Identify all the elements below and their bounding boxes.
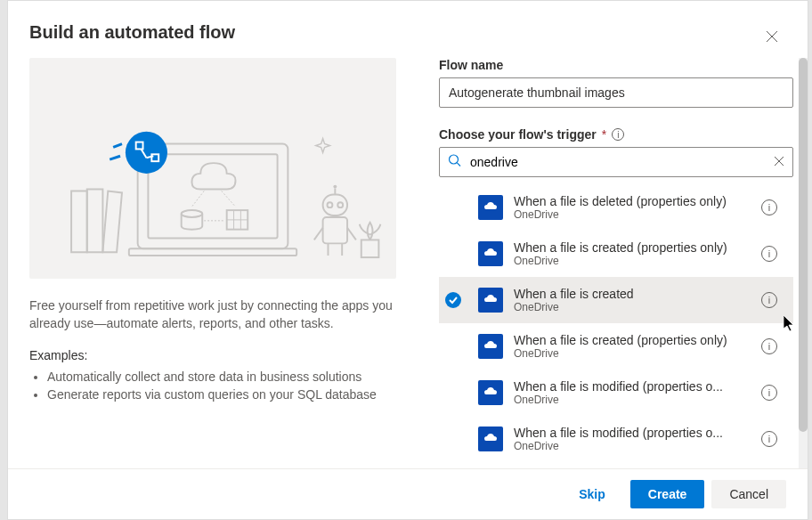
- trigger-label-row: Choose your flow's trigger * i: [439, 127, 793, 142]
- trigger-item[interactable]: When a file is modified (properties o...…: [439, 416, 793, 462]
- left-panel: Free yourself from repetitive work just …: [8, 58, 418, 468]
- clear-search-icon[interactable]: [774, 155, 784, 169]
- svg-rect-4: [129, 248, 296, 256]
- dialog-footer: Skip Create Cancel: [8, 468, 808, 519]
- trigger-text: When a file is created (properties only)…: [514, 240, 751, 267]
- info-icon[interactable]: i: [761, 431, 777, 447]
- trigger-item[interactable]: When a file is created (properties only)…: [439, 323, 793, 370]
- trigger-connector: OneDrive: [514, 301, 751, 313]
- skip-button[interactable]: Skip: [561, 480, 623, 508]
- dialog: Build an automated flow: [7, 0, 808, 520]
- trigger-title: When a file is deleted (properties only): [514, 194, 751, 208]
- examples-label: Examples:: [29, 348, 396, 362]
- svg-rect-3: [148, 154, 277, 238]
- trigger-text: When a file is created (properties only)…: [514, 333, 751, 360]
- onedrive-icon: [478, 288, 503, 313]
- example-item: Generate reports via custom queries on y…: [47, 386, 396, 403]
- info-icon[interactable]: i: [761, 292, 777, 308]
- trigger-text: When a file is createdOneDrive: [514, 287, 751, 313]
- radio-checked-icon: [445, 292, 461, 308]
- info-icon[interactable]: i: [761, 338, 777, 354]
- dialog-title: Build an automated flow: [29, 22, 235, 43]
- trigger-text: When a file is deleted (properties only)…: [514, 194, 751, 221]
- onedrive-icon: [478, 380, 503, 405]
- svg-line-32: [457, 163, 460, 167]
- onedrive-icon: [478, 427, 503, 451]
- dialog-body: Free yourself from repetitive work just …: [8, 58, 808, 468]
- trigger-connector: OneDrive: [514, 255, 751, 267]
- svg-line-10: [191, 191, 204, 207]
- svg-line-25: [110, 156, 120, 159]
- svg-line-11: [222, 191, 236, 207]
- trigger-item[interactable]: When a file is modified (properties o...…: [439, 370, 793, 416]
- trigger-title: When a file is created (properties only): [514, 240, 751, 255]
- trigger-title: When a file is created: [514, 287, 751, 301]
- trigger-text: When a file is modified (properties o...…: [514, 426, 751, 452]
- scrollbar-thumb[interactable]: [799, 58, 808, 432]
- trigger-item[interactable]: When a file is created (properties only)…: [439, 231, 793, 277]
- info-icon[interactable]: i: [761, 246, 777, 262]
- svg-line-24: [113, 144, 122, 148]
- trigger-connector: OneDrive: [514, 394, 751, 406]
- svg-point-26: [126, 132, 167, 174]
- right-panel: Flow name Choose your flow's trigger * i…: [418, 58, 808, 468]
- svg-point-31: [450, 155, 459, 164]
- svg-point-17: [337, 202, 343, 207]
- description-text: Free yourself from repetitive work just …: [29, 297, 396, 332]
- trigger-title: When a file is modified (properties o...: [514, 426, 751, 440]
- search-icon: [448, 154, 462, 171]
- trigger-text: When a file is modified (properties o...…: [514, 379, 751, 406]
- info-icon[interactable]: i: [761, 385, 777, 401]
- trigger-title: When a file is modified (properties o...: [514, 379, 751, 394]
- svg-line-19: [314, 228, 323, 240]
- scrollbar-track[interactable]: [799, 58, 808, 468]
- trigger-search-input[interactable]: [439, 147, 793, 177]
- trigger-list: When a file is deleted (properties only)…: [439, 184, 793, 462]
- trigger-connector: OneDrive: [514, 347, 751, 360]
- flow-name-input[interactable]: [439, 77, 793, 108]
- svg-point-13: [333, 185, 337, 189]
- flow-name-label: Flow name: [439, 58, 793, 72]
- svg-point-5: [182, 210, 203, 217]
- trigger-label: Choose your flow's trigger: [439, 127, 597, 142]
- onedrive-icon: [478, 241, 503, 266]
- trigger-item[interactable]: When a file is createdOneDrivei: [439, 277, 793, 323]
- svg-line-20: [347, 228, 356, 240]
- info-icon[interactable]: i: [761, 199, 777, 215]
- radio-slot: [439, 292, 467, 308]
- cancel-button[interactable]: Cancel: [711, 480, 786, 508]
- close-button[interactable]: [758, 22, 786, 51]
- trigger-search-box: [439, 147, 793, 177]
- info-icon[interactable]: i: [612, 128, 624, 141]
- close-icon: [766, 30, 778, 43]
- dialog-header: Build an automated flow: [8, 1, 808, 58]
- example-item: Automatically collect and store data in …: [47, 368, 396, 386]
- svg-rect-18: [323, 217, 347, 243]
- onedrive-icon: [478, 195, 503, 220]
- trigger-item[interactable]: When a file is deleted (properties only)…: [439, 184, 793, 231]
- required-asterisk: *: [602, 127, 606, 142]
- onedrive-icon: [478, 334, 503, 359]
- svg-rect-23: [361, 240, 379, 257]
- create-button[interactable]: Create: [630, 480, 705, 508]
- illustration: [29, 58, 396, 279]
- trigger-connector: OneDrive: [514, 440, 751, 452]
- trigger-title: When a file is created (properties only): [514, 333, 751, 347]
- svg-point-16: [328, 202, 333, 207]
- examples-list: Automatically collect and store data in …: [29, 368, 396, 403]
- trigger-connector: OneDrive: [514, 208, 751, 221]
